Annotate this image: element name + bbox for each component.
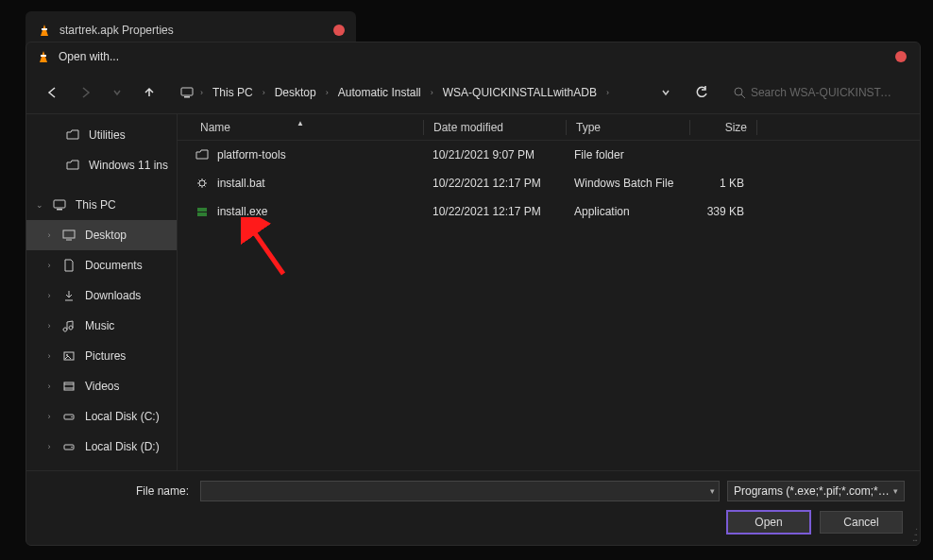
download-icon xyxy=(62,289,77,302)
search-input[interactable]: Search WSA-QUICKINSTALL... xyxy=(725,79,905,106)
open-dialog: Open with... › This PC › Desktop › Autom… xyxy=(25,42,921,546)
svg-point-20 xyxy=(71,447,73,449)
column-header-type[interactable]: Type xyxy=(567,121,689,134)
close-icon[interactable] xyxy=(333,25,345,36)
path-history-dropdown[interactable] xyxy=(653,84,678,101)
up-button[interactable] xyxy=(138,81,161,104)
svg-rect-3 xyxy=(41,55,46,57)
music-icon xyxy=(62,319,77,332)
sidebar-item-disk-d[interactable]: › Local Disk (D:) xyxy=(26,432,177,462)
chevron-down-icon[interactable]: ▾ xyxy=(710,486,715,496)
toolbar: › This PC › Desktop › Automatic Install … xyxy=(26,71,920,114)
document-icon xyxy=(62,259,77,272)
sidebar-item[interactable]: Utilities xyxy=(26,120,177,150)
sidebar-item-documents[interactable]: › Documents xyxy=(26,250,177,280)
chevron-down-icon[interactable]: ▾ xyxy=(893,486,898,496)
folder-icon xyxy=(66,159,81,172)
search-placeholder: Search WSA-QUICKINSTALL... xyxy=(751,86,897,99)
folder-icon xyxy=(195,147,210,162)
chevron-right-icon[interactable]: › xyxy=(261,88,267,97)
chevron-right-icon[interactable]: › xyxy=(429,88,435,97)
resize-grip[interactable]: .. .. . . xyxy=(912,524,916,541)
chevron-right-icon[interactable]: › xyxy=(43,351,55,361)
vlc-icon xyxy=(36,49,51,64)
chevron-right-icon[interactable]: › xyxy=(198,88,205,97)
chevron-right-icon[interactable]: › xyxy=(43,442,55,451)
svg-rect-9 xyxy=(57,209,62,211)
sidebar-item-desktop[interactable]: › Desktop xyxy=(26,220,177,250)
recent-dropdown[interactable] xyxy=(106,81,128,104)
pc-icon xyxy=(179,85,195,100)
chevron-down-icon[interactable]: ⌄ xyxy=(34,200,45,210)
sidebar-item-videos[interactable]: › Videos xyxy=(26,371,177,401)
dialog-title: Open with... xyxy=(59,50,888,63)
chevron-right-icon[interactable]: › xyxy=(43,412,55,421)
pc-icon xyxy=(53,198,68,212)
close-icon[interactable] xyxy=(895,51,907,62)
sidebar-item-disk-c[interactable]: › Local Disk (C:) xyxy=(26,401,177,432)
svg-line-7 xyxy=(741,94,745,98)
vlc-icon xyxy=(37,23,52,38)
chevron-right-icon[interactable]: › xyxy=(43,321,55,331)
forward-button[interactable] xyxy=(74,81,96,104)
breadcrumb[interactable]: › This PC › Desktop › Automatic Install … xyxy=(179,83,644,102)
disk-icon xyxy=(62,440,77,453)
svg-point-6 xyxy=(735,88,742,95)
file-list: Name ▲ Date modified Type Size platform-… xyxy=(178,114,920,470)
video-icon xyxy=(62,380,77,393)
svg-rect-10 xyxy=(63,230,75,238)
svg-rect-23 xyxy=(197,212,207,216)
breadcrumb-segment[interactable]: Automatic Install xyxy=(334,83,425,102)
disk-icon xyxy=(62,410,77,423)
desktop-icon xyxy=(62,229,77,242)
breadcrumb-segment[interactable]: Desktop xyxy=(271,83,320,102)
chevron-right-icon[interactable]: › xyxy=(43,230,55,240)
sidebar: Utilities Windows 11 ins ⌄ This PC › Des… xyxy=(26,114,178,470)
svg-rect-1 xyxy=(42,28,47,30)
chevron-right-icon[interactable]: › xyxy=(43,382,55,391)
sidebar-item[interactable]: Windows 11 ins xyxy=(26,150,177,180)
svg-rect-22 xyxy=(197,208,207,212)
filename-input[interactable]: ▾ xyxy=(200,481,720,501)
column-header-size[interactable]: Size xyxy=(690,121,756,134)
cancel-button[interactable]: Cancel xyxy=(820,511,903,534)
sidebar-item-music[interactable]: › Music xyxy=(26,311,177,341)
breadcrumb-segment[interactable]: WSA-QUICKINSTALLwithADB xyxy=(439,83,601,102)
file-row[interactable]: install.bat 10/22/2021 12:17 PM Windows … xyxy=(178,169,920,197)
filename-label: File name: xyxy=(42,484,193,498)
search-icon xyxy=(733,86,745,99)
gear-icon xyxy=(195,176,210,191)
sort-ascending-icon: ▲ xyxy=(297,119,304,127)
file-row[interactable]: install.exe 10/22/2021 12:17 PM Applicat… xyxy=(178,197,920,226)
chevron-right-icon[interactable]: › xyxy=(43,291,55,300)
column-header-date[interactable]: Date modified xyxy=(424,121,566,134)
dialog-titlebar: Open with... xyxy=(26,42,920,71)
chevron-right-icon[interactable]: › xyxy=(324,88,331,97)
refresh-button[interactable] xyxy=(687,82,716,103)
svg-rect-8 xyxy=(54,200,65,208)
chevron-right-icon[interactable]: › xyxy=(604,88,611,97)
properties-window-title: startrek.apk Properties xyxy=(59,24,326,37)
open-button[interactable]: Open xyxy=(727,511,810,534)
picture-icon xyxy=(62,349,77,363)
column-headers: Name ▲ Date modified Type Size xyxy=(178,114,920,141)
svg-rect-5 xyxy=(184,96,190,98)
breadcrumb-segment[interactable]: This PC xyxy=(209,83,257,102)
sidebar-item-downloads[interactable]: › Downloads xyxy=(26,280,177,311)
folder-icon xyxy=(66,128,81,142)
application-icon xyxy=(195,204,210,219)
sidebar-item-pictures[interactable]: › Pictures xyxy=(26,341,177,371)
file-type-filter[interactable]: Programs (*.exe;*.pif;*.com;*.bat) ▾ xyxy=(727,481,905,501)
back-button[interactable] xyxy=(42,81,64,104)
svg-point-18 xyxy=(71,416,73,418)
dialog-footer: File name: ▾ Programs (*.exe;*.pif;*.com… xyxy=(26,470,920,545)
file-row[interactable]: platform-tools 10/21/2021 9:07 PM File f… xyxy=(178,141,920,169)
svg-rect-4 xyxy=(181,88,193,95)
sidebar-item-this-pc[interactable]: ⌄ This PC xyxy=(26,190,177,220)
chevron-right-icon[interactable]: › xyxy=(43,261,55,270)
svg-rect-14 xyxy=(64,382,74,390)
column-header-name[interactable]: Name ▲ xyxy=(178,121,423,134)
